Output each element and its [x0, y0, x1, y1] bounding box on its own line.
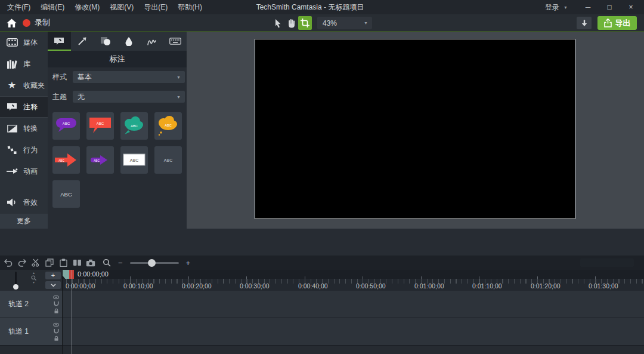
login-button[interactable]: 登录 ▼	[545, 2, 568, 13]
download-icon	[581, 20, 588, 27]
timeline-toolbar: − +	[0, 256, 644, 270]
track-header-1[interactable]: 轨道 1	[0, 318, 62, 345]
redo-button[interactable]	[17, 256, 27, 270]
screenshot-button[interactable]	[86, 256, 95, 270]
callout-tab-icon	[54, 37, 64, 45]
tab-sketch-motion[interactable]	[140, 32, 163, 51]
record-icon	[23, 19, 30, 27]
menu-file[interactable]: 文件(F)	[7, 2, 30, 13]
sidebar-item-transitions[interactable]: 转换	[0, 118, 48, 139]
download-button[interactable]	[577, 17, 592, 29]
export-label: 导出	[615, 18, 631, 29]
paste-button[interactable]	[58, 256, 68, 270]
playhead-line[interactable]	[72, 270, 72, 354]
tab-arrows[interactable]	[71, 32, 94, 51]
add-track-button[interactable]: +	[45, 272, 61, 279]
style-value: 基本	[78, 72, 92, 82]
ruler-label: 0:00:00;00	[66, 282, 95, 290]
track-lane-2[interactable]	[63, 291, 644, 318]
export-button[interactable]: 导出	[597, 16, 637, 30]
split-button[interactable]	[72, 256, 82, 270]
sidebar-item-library[interactable]: 库	[0, 53, 48, 75]
theme-select[interactable]: 无 ▼	[73, 91, 185, 103]
sidebar-item-animations[interactable]: 动画	[0, 161, 48, 182]
callout-text-box[interactable]: ABC	[120, 146, 148, 174]
callout-rect-speech-bubble[interactable]: ABC	[86, 112, 114, 140]
collapse-tracks-button[interactable]	[45, 281, 61, 289]
undo-icon	[4, 258, 13, 267]
home-button[interactable]	[5, 18, 17, 28]
callout-rounded-speech-bubble[interactable]: ABC	[52, 112, 80, 140]
svg-text:ABC: ABC	[131, 124, 138, 128]
hand-icon	[287, 19, 296, 28]
callout-rounded-arrow[interactable]: ABC	[86, 146, 114, 174]
timeline-horizontal-scrollbar[interactable]	[580, 258, 634, 267]
copy-button[interactable]	[45, 256, 54, 270]
sidebar-spacer	[0, 182, 48, 192]
window-title: TechSmith Camtasia - 无标题项目	[256, 0, 364, 14]
sidebar-item-annotations[interactable]: 注释	[0, 96, 48, 118]
undo-button[interactable]	[4, 256, 13, 270]
menu-help[interactable]: 帮助(H)	[178, 2, 202, 13]
magnifier-icon	[103, 258, 111, 267]
speaker-icon	[6, 198, 18, 207]
titlebar: 文件(F) 编辑(E) 修改(M) 视图(V) 导出(E) 帮助(H) Tech…	[0, 0, 644, 14]
svg-text:ABC: ABC	[63, 122, 70, 125]
menu-edit[interactable]: 编辑(E)	[41, 2, 64, 13]
playback-bar: 00:00 / 00:00 30 fps ⚙ 属性	[0, 229, 644, 256]
track-name: 轨道 2	[8, 291, 29, 318]
menu-export[interactable]: 导出(E)	[144, 2, 168, 13]
magnet-icon[interactable]	[54, 301, 59, 306]
callout-cloud[interactable]: ABC	[120, 112, 148, 140]
timeline-zoom-slider-handle[interactable]	[148, 259, 156, 267]
timeline-zoom-controls: − +	[103, 256, 190, 270]
lock-icon[interactable]	[54, 308, 59, 313]
tab-callouts[interactable]	[48, 32, 71, 51]
track-lane-1[interactable]	[63, 318, 644, 345]
zoom-in-button[interactable]: +	[186, 258, 191, 267]
visibility-icon[interactable]	[53, 295, 59, 299]
track-height-slider-handle[interactable]	[13, 284, 18, 290]
close-button[interactable]: ×	[620, 0, 642, 14]
sidebar-item-behaviors[interactable]: 行为	[0, 139, 48, 161]
tab-keystrokes[interactable]	[163, 32, 187, 51]
lock-icon[interactable]	[54, 335, 59, 341]
timeline-ruler[interactable]: 0:00:00;00 0:00:10;00 0:00:20;00 0:00:30…	[63, 270, 644, 291]
zoom-out-button[interactable]: −	[118, 258, 123, 267]
tab-blur[interactable]	[117, 32, 140, 51]
callout-thought-cloud[interactable]: ABC	[154, 112, 182, 140]
maximize-button[interactable]: □	[599, 0, 620, 14]
cut-button[interactable]	[31, 256, 41, 270]
style-label: 样式	[52, 72, 68, 82]
callout-text-subtle[interactable]: ABC	[154, 146, 182, 174]
preview-canvas[interactable]	[255, 39, 575, 219]
sidebar-item-media[interactable]: 媒体	[0, 32, 48, 53]
svg-text:ABC: ABC	[60, 191, 72, 198]
menu-modify[interactable]: 修改(M)	[75, 2, 100, 13]
cursor-tool-button[interactable]	[271, 16, 284, 30]
tracks-area: 轨道 2 轨道 1	[0, 291, 644, 354]
callout-text-plain[interactable]: ABC	[52, 180, 80, 208]
camtasia-window: 文件(F) 编辑(E) 修改(M) 视图(V) 导出(E) 帮助(H) Tech…	[0, 0, 644, 354]
visibility-icon[interactable]	[53, 322, 59, 327]
sidebar-item-audio-effects[interactable]: 音效	[0, 192, 48, 213]
style-select[interactable]: 基本 ▼	[73, 71, 185, 83]
keystroke-tab-icon	[169, 38, 181, 45]
sidebar-more-button[interactable]: 更多	[0, 214, 48, 229]
timeline-zoom-slider[interactable]	[130, 262, 179, 264]
menu-view[interactable]: 视图(V)	[110, 2, 134, 13]
blur-tab-icon	[124, 36, 134, 46]
track-name: 轨道 1	[8, 318, 29, 345]
canvas-zoom-select[interactable]: 43% ▼	[317, 17, 372, 29]
track-header-2[interactable]: 轨道 2	[0, 291, 62, 318]
record-button[interactable]: 录制	[35, 14, 50, 31]
callout-arrow[interactable]: ABC	[52, 146, 80, 174]
crop-tool-button[interactable]	[298, 16, 312, 30]
magnet-icon[interactable]	[54, 328, 59, 334]
pan-tool-button[interactable]	[284, 16, 298, 30]
sidebar-item-favorites[interactable]: ★ 收藏夹	[0, 75, 48, 96]
caret-down-icon: ▼	[364, 21, 368, 25]
minimize-button[interactable]: ─	[577, 0, 599, 14]
ruler-label: 0:00:10;00	[123, 282, 153, 290]
tab-shapes[interactable]	[94, 32, 117, 51]
